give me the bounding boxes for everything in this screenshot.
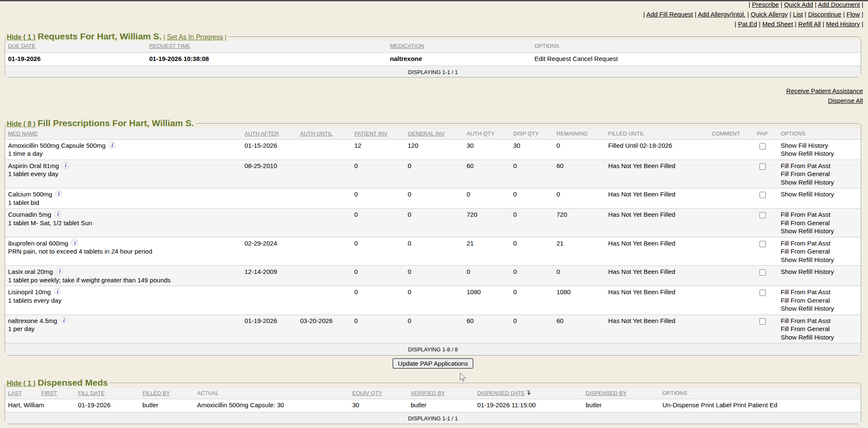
svg-text:i: i [59, 268, 61, 274]
svg-text:i: i [58, 191, 60, 197]
svg-text:i: i [63, 317, 65, 323]
svg-text:i: i [111, 142, 113, 148]
svg-text:i: i [65, 162, 67, 168]
svg-text:i: i [74, 240, 76, 246]
svg-text:i: i [57, 288, 58, 295]
svg-text:i: i [57, 211, 59, 217]
